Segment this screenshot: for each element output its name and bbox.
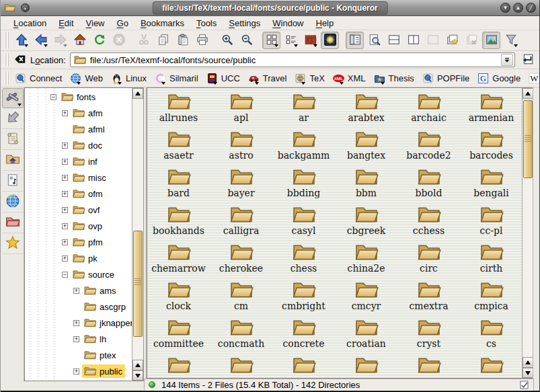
go-button[interactable]: [519, 52, 537, 68]
home-button[interactable]: [71, 32, 89, 49]
print-button[interactable]: [193, 32, 211, 49]
tree-item-public[interactable]: +public: [25, 363, 132, 379]
folder-item-archaic[interactable]: archaic: [397, 91, 460, 129]
tree-item-ovp[interactable]: +ovp: [25, 218, 132, 234]
tree-expander-icon[interactable]: +: [62, 110, 68, 116]
filter-button[interactable]: [502, 32, 520, 49]
tree-scroll-down-button[interactable]: [132, 370, 143, 381]
zoom-out-button[interactable]: [237, 32, 256, 49]
view-scrollbar-thumb[interactable]: [523, 100, 533, 178]
location-combobox[interactable]: file:/usr/TeX/texmf-local/fonts/source/p…: [70, 52, 515, 67]
title-bar[interactable]: • file:/usr/TeX/texmf-local/fonts/source…: [1, 0, 539, 16]
tree-item-lh[interactable]: +lh: [25, 331, 132, 347]
tree-expander-icon[interactable]: +: [62, 207, 68, 213]
tree-expander-icon[interactable]: +: [62, 256, 68, 262]
bookmark-xml[interactable]: XMLXML: [330, 71, 370, 85]
minimize-button[interactable]: ▼: [500, 3, 510, 13]
bookmark-ucc[interactable]: UCC: [204, 71, 244, 85]
folder-item-chess[interactable]: chess: [272, 242, 335, 280]
folder-item-calligra[interactable]: calligra: [210, 204, 272, 242]
tree-item-ams[interactable]: +ams: [25, 282, 132, 299]
folder-item-cm[interactable]: cm: [210, 280, 272, 317]
tree-expander-icon[interactable]: +: [73, 336, 79, 342]
page-status-icon[interactable]: [520, 381, 529, 389]
bookmark-google[interactable]: GGoogle: [475, 71, 525, 85]
clear-location-button[interactable]: [12, 52, 28, 67]
new-tab-button[interactable]: [443, 32, 461, 49]
menu-settings[interactable]: Settings: [223, 17, 266, 30]
folder-item-arabtex[interactable]: arabtex: [335, 91, 397, 129]
menu-location[interactable]: Location: [7, 17, 52, 30]
bookmark-thesis[interactable]: Thesis: [371, 71, 418, 85]
folder-item-bard[interactable]: bard: [147, 167, 210, 204]
zoom-in-button[interactable]: [218, 32, 236, 49]
folder-item-cirth[interactable]: cirth: [460, 242, 523, 280]
folder-item-bangtex[interactable]: bangtex: [335, 129, 397, 167]
thumbnails-button[interactable]: [482, 32, 500, 49]
folder-item-asaetr[interactable]: asaetr: [147, 129, 210, 167]
tree-item-afml[interactable]: afml: [25, 121, 132, 137]
folder-item-apl[interactable]: apl: [210, 91, 272, 129]
maximize-button[interactable]: ▲: [513, 3, 523, 13]
view-scrollbar[interactable]: [522, 88, 533, 378]
tree-item-inf[interactable]: +inf: [25, 153, 132, 169]
folder-item-cc-pl[interactable]: cc-pl: [460, 204, 523, 242]
bookmark-linux[interactable]: Linux: [108, 71, 151, 85]
tree-expander-icon[interactable]: +: [62, 239, 68, 245]
root-folder-button[interactable]: [2, 213, 24, 233]
toolbar-grip[interactable]: [5, 71, 9, 85]
tree-item-ascgrp[interactable]: ascgrp: [25, 299, 132, 315]
paste-button[interactable]: [173, 32, 192, 49]
menu-help[interactable]: Help: [310, 17, 340, 30]
bookmark-travel[interactable]: Travel: [245, 71, 291, 85]
folder-item-partial[interactable]: [272, 355, 335, 379]
folder-item-bbold[interactable]: bbold: [397, 167, 460, 204]
reload-button[interactable]: [90, 32, 108, 49]
folder-item-cherokee[interactable]: cherokee: [210, 242, 272, 280]
history-scroll-button[interactable]: [2, 130, 24, 150]
tree-item-ptex[interactable]: ptex: [25, 347, 132, 363]
sidebar-toggle-button[interactable]: [346, 32, 364, 49]
folder-item-clock[interactable]: clock: [147, 280, 210, 317]
back-arrow-button[interactable]: [32, 32, 50, 49]
konqueror-gear-button[interactable]: [321, 32, 339, 49]
folder-item-circ[interactable]: circ: [397, 242, 460, 280]
bookmark-connect[interactable]: Connect: [12, 71, 66, 85]
folder-item-barcode2[interactable]: barcode2: [397, 129, 460, 167]
split-horizontal-button[interactable]: [385, 32, 403, 49]
location-dropdown-button[interactable]: [501, 54, 513, 66]
tree-expander-icon[interactable]: +: [62, 175, 68, 181]
folder-item-barcodes[interactable]: barcodes: [460, 129, 523, 167]
tree-expander-icon[interactable]: −: [62, 272, 68, 278]
copy-button[interactable]: [154, 32, 172, 49]
tree-expander-icon[interactable]: +: [73, 368, 79, 375]
tree-item-afm[interactable]: +afm: [25, 105, 132, 121]
bookmark-arrow-button[interactable]: [2, 109, 24, 129]
close-button[interactable]: ╱: [526, 3, 536, 13]
configure-tools-button[interactable]: [2, 88, 24, 108]
sticky-button[interactable]: •: [21, 3, 30, 12]
folder-item-croatian[interactable]: croatian: [335, 317, 397, 355]
menu-bookmarks[interactable]: Bookmarks: [134, 17, 190, 30]
folder-item-bbding[interactable]: bbding: [272, 167, 335, 204]
menu-edit[interactable]: Edit: [52, 17, 79, 30]
bookmark-popfile[interactable]: POPFile: [420, 71, 473, 85]
menu-window[interactable]: Window: [266, 17, 309, 30]
view-scroll-up2-button[interactable]: [523, 357, 533, 368]
tree-expander-icon[interactable]: +: [73, 320, 79, 326]
close-tab-button[interactable]: [463, 32, 481, 49]
bookmark-web[interactable]: Web: [67, 71, 107, 85]
folder-item-cchess[interactable]: cchess: [397, 204, 460, 242]
folder-item-cmbright[interactable]: cmbright: [272, 280, 335, 317]
tree-item-pk[interactable]: +pk: [25, 250, 132, 266]
icon-view-button[interactable]: [262, 32, 280, 49]
tree-item-fonts[interactable]: −fonts: [25, 89, 132, 105]
folder-item-partial[interactable]: [210, 355, 272, 379]
tree-item-source[interactable]: −source: [25, 266, 132, 282]
folder-item-ar[interactable]: ar: [272, 91, 335, 129]
folder-item-committee[interactable]: committee: [147, 317, 210, 355]
folder-item-partial[interactable]: [460, 355, 523, 379]
bookmark-tex[interactable]: TeX: [292, 71, 328, 85]
services-button[interactable]: [2, 171, 24, 192]
folder-item-armenian[interactable]: armenian: [460, 91, 523, 129]
